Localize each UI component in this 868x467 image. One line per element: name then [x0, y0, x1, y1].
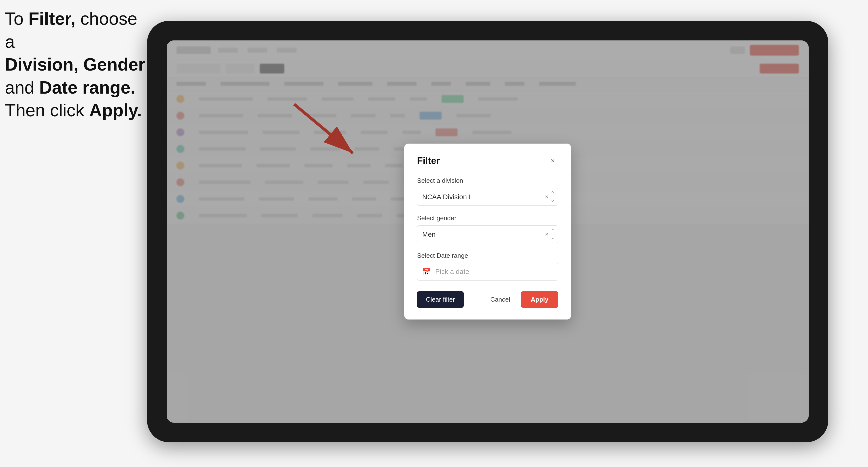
division-select-wrapper: NCAA Division I NCAA Division II NCAA Di…	[417, 188, 558, 206]
cancel-button[interactable]: Cancel	[486, 291, 515, 308]
instruction-block: To Filter, choose a Division, Gender and…	[5, 7, 147, 122]
close-icon: ×	[551, 157, 555, 165]
division-form-group: Select a division NCAA Division I NCAA D…	[417, 177, 558, 206]
date-placeholder: Pick a date	[435, 268, 469, 276]
instruction-line2: and Date range.	[5, 78, 135, 97]
gender-select[interactable]: Men Women	[417, 225, 558, 243]
gender-clear-icon[interactable]: ×	[545, 231, 549, 238]
modal-title: Filter	[417, 156, 440, 166]
instruction-line1: To Filter, choose a	[5, 9, 137, 52]
clear-filter-button[interactable]: Clear filter	[417, 291, 464, 308]
date-picker[interactable]: 📅 Pick a date	[417, 263, 558, 281]
apply-bold: Apply.	[89, 100, 142, 120]
filter-modal: Filter × Select a division NCAA Division…	[404, 144, 571, 319]
date-range-bold: Date range.	[39, 78, 135, 97]
division-gender-bold: Division, Gender	[5, 55, 145, 74]
close-button[interactable]: ×	[548, 155, 558, 166]
apply-button[interactable]: Apply	[521, 291, 558, 308]
gender-form-group: Select gender Men Women × ⌃⌄	[417, 214, 558, 243]
division-select[interactable]: NCAA Division I NCAA Division II NCAA Di…	[417, 188, 558, 206]
division-label: Select a division	[417, 177, 558, 185]
date-form-group: Select Date range 📅 Pick a date	[417, 252, 558, 281]
tablet-screen: Filter × Select a division NCAA Division…	[167, 40, 809, 423]
tablet-frame: Filter × Select a division NCAA Division…	[147, 21, 828, 442]
instruction-line3: Then click Apply.	[5, 100, 142, 120]
modal-header: Filter ×	[417, 155, 558, 166]
calendar-icon: 📅	[422, 268, 431, 276]
gender-select-wrapper: Men Women × ⌃⌄	[417, 225, 558, 243]
clear-icon[interactable]: ×	[545, 193, 549, 200]
filter-bold: Filter,	[28, 9, 75, 28]
gender-label: Select gender	[417, 214, 558, 222]
footer-right: Cancel Apply	[486, 291, 558, 308]
modal-footer: Clear filter Cancel Apply	[417, 291, 558, 308]
modal-overlay: Filter × Select a division NCAA Division…	[167, 40, 809, 423]
date-label: Select Date range	[417, 252, 558, 259]
